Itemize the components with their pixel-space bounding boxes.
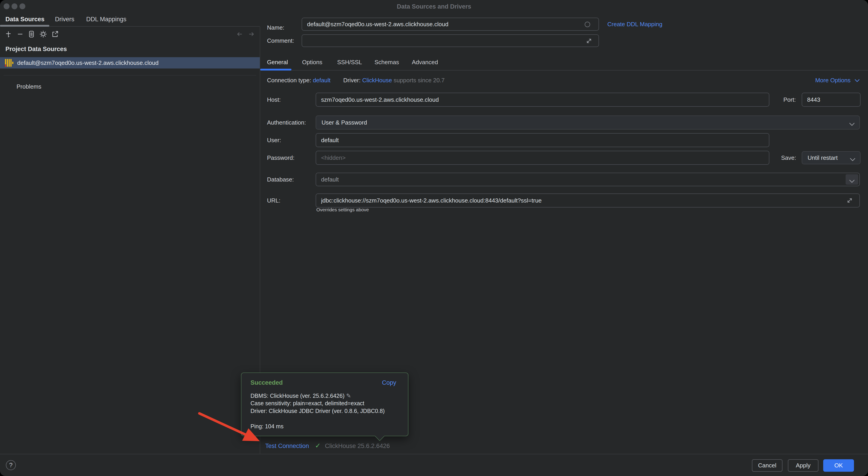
duplicate-icon[interactable] (27, 30, 36, 38)
driver-hint: supports since 20.7 (394, 77, 444, 83)
back-arrow-icon[interactable] (235, 30, 244, 38)
copy-link[interactable]: Copy (382, 379, 396, 386)
case-sensitivity-line: Case sensitivity: plain=exact, delimited… (250, 400, 364, 407)
remove-icon[interactable] (16, 30, 25, 38)
url-expand-icon[interactable] (846, 197, 853, 204)
connection-type-row: Connection type: default Driver: ClickHo… (267, 77, 445, 84)
more-options-label: More Options (815, 77, 850, 83)
tab-general[interactable]: General (267, 59, 288, 66)
status-succeeded: Succeeded (250, 379, 283, 386)
data-sources-dialog: Data Sources and Drivers Data Sources Dr… (0, 0, 868, 476)
open-in-editor-icon[interactable] (51, 30, 59, 38)
name-label: Name: (267, 21, 284, 34)
database-value: default (321, 176, 339, 183)
data-source-list-item[interactable]: default@szm7oqed0o.us-west-2.aws.clickho… (0, 57, 260, 68)
dbms-line: DBMS: ClickHouse (ver. 25.6.2.6426) ✎ (250, 393, 351, 399)
tab-data-sources[interactable]: Data Sources (5, 16, 44, 23)
ok-button[interactable]: OK (823, 459, 854, 472)
chevron-down-icon (849, 178, 855, 181)
active-form-tab-underline (260, 69, 291, 70)
tab-advanced[interactable]: Advanced (412, 59, 438, 66)
footer-separator (0, 454, 868, 454)
url-label: URL: (267, 194, 280, 207)
tab-schemas[interactable]: Schemas (374, 59, 399, 66)
save-value: Until restart (808, 155, 838, 161)
comment-label: Comment: (267, 34, 294, 47)
driver-value[interactable]: ClickHouse (362, 77, 392, 83)
check-icon: ✓ (315, 442, 321, 449)
connection-type-value[interactable]: default (313, 77, 330, 83)
forward-arrow-icon[interactable] (247, 30, 256, 38)
name-input[interactable] (302, 18, 599, 31)
database-combobox[interactable]: default (316, 173, 860, 186)
port-input[interactable] (802, 93, 861, 107)
database-dropdown-button[interactable] (846, 174, 858, 185)
test-connection-link[interactable]: Test Connection (265, 443, 309, 449)
tab-ddl-mappings[interactable]: DDL Mappings (86, 16, 126, 23)
dialog-title: Data Sources and Drivers (0, 3, 868, 10)
clickhouse-icon (5, 59, 13, 67)
chevron-down-icon (855, 79, 860, 82)
pencil-icon[interactable]: ✎ (344, 393, 351, 399)
password-input[interactable] (316, 151, 769, 165)
titlebar: Data Sources and Drivers (0, 0, 868, 13)
url-hint: Overrides settings above (316, 207, 369, 212)
host-input[interactable] (316, 93, 769, 107)
user-input[interactable] (316, 133, 769, 147)
cancel-button[interactable]: Cancel (752, 459, 782, 472)
save-label: Save: (781, 151, 796, 164)
comment-input[interactable] (302, 34, 599, 47)
url-input[interactable] (316, 194, 860, 207)
data-source-toolbar (0, 28, 260, 41)
apply-button[interactable]: Apply (788, 459, 818, 472)
left-tabstrip: Data Sources Drivers DDL Mappings (0, 13, 260, 27)
annotation-arrow (0, 0, 868, 476)
chevron-down-icon (849, 121, 855, 124)
connection-type-label: Connection type: (267, 77, 311, 83)
left-panel-separator (4, 75, 256, 75)
driver-label: Driver: (343, 77, 361, 83)
problems-section[interactable]: Problems (17, 83, 41, 90)
tab-ssh-ssl[interactable]: SSH/SSL (337, 59, 362, 66)
project-data-sources-header: Project Data Sources (5, 46, 67, 53)
active-tab-underline (0, 25, 49, 27)
name-sync-icon[interactable] (584, 21, 591, 28)
add-icon[interactable] (4, 30, 13, 38)
authentication-select[interactable]: User & Password (316, 115, 860, 130)
save-select[interactable]: Until restart (802, 151, 861, 164)
test-result-text: ClickHouse 25.6.2.6426 (325, 443, 390, 449)
comment-expand-icon[interactable] (586, 37, 592, 44)
ping-line: Ping: 104 ms (250, 423, 283, 430)
authentication-label: Authentication: (267, 115, 306, 130)
authentication-value: User & Password (321, 119, 367, 126)
chevron-down-icon (850, 156, 856, 160)
more-options-link[interactable]: More Options (815, 77, 860, 84)
user-label: User: (267, 133, 281, 147)
driver-line: Driver: ClickHouse JDBC Driver (ver. 0.8… (250, 408, 385, 414)
gear-icon[interactable] (39, 30, 48, 38)
help-icon[interactable]: ? (6, 460, 16, 470)
tab-drivers[interactable]: Drivers (55, 16, 74, 23)
create-ddl-mapping-link[interactable]: Create DDL Mapping (607, 18, 662, 31)
host-label: Host: (267, 93, 281, 107)
database-label: Database: (267, 173, 294, 186)
port-label: Port: (783, 93, 796, 107)
data-source-name: default@szm7oqed0o.us-west-2.aws.clickho… (17, 60, 159, 66)
test-connection-result-popup: Succeeded Copy DBMS: ClickHouse (ver. 25… (241, 372, 408, 436)
popup-notch (375, 432, 384, 441)
password-label: Password: (267, 151, 294, 165)
tab-options[interactable]: Options (302, 59, 322, 66)
connection-settings-tabs: General Options SSH/SSL Schemas Advanced (260, 57, 868, 70)
